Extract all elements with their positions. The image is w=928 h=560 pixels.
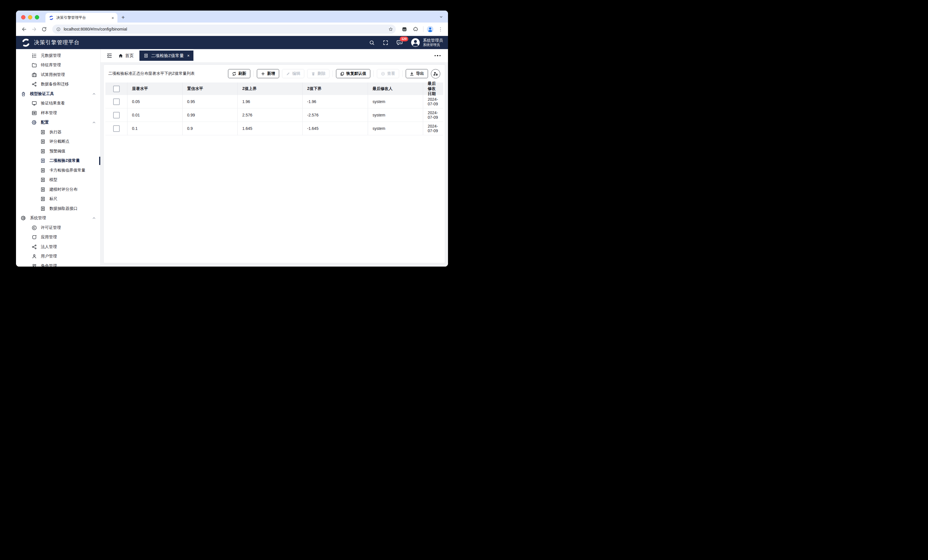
sidebar-item-trial-cases[interactable]: 试算用例管理 bbox=[16, 70, 100, 80]
sidebar-item-model[interactable]: 模型 bbox=[16, 175, 100, 185]
browser-profile-avatar[interactable] bbox=[426, 25, 434, 33]
edit-button[interactable]: 编辑 bbox=[282, 69, 304, 78]
trash-icon bbox=[311, 72, 316, 76]
column-header: 最后修改日期 bbox=[423, 82, 443, 95]
sidebar-item-data-backup[interactable]: 数据备份和迁移 bbox=[16, 80, 100, 89]
table-empty-area bbox=[105, 135, 443, 263]
messages-button[interactable]: 120 bbox=[396, 40, 403, 46]
address-bar[interactable]: localhost:8080/#/mv/config/binomial bbox=[52, 24, 396, 33]
browser-menu-icon[interactable]: ⋮ bbox=[438, 26, 443, 32]
sidebar-group-system-management[interactable]: 系统管理 bbox=[16, 213, 100, 223]
cell-z-lower: -1.96 bbox=[302, 95, 368, 108]
new-tab-button[interactable]: + bbox=[121, 15, 125, 20]
refresh-button[interactable]: 刷新 bbox=[228, 69, 250, 78]
cell-z-upper: 1.96 bbox=[238, 95, 302, 108]
chevron-up-icon bbox=[92, 120, 96, 125]
close-page-tab-icon[interactable]: × bbox=[187, 53, 189, 58]
delete-button[interactable]: 删除 bbox=[307, 69, 330, 78]
extensions-puzzle-icon[interactable] bbox=[412, 26, 418, 32]
select-all-checkbox[interactable] bbox=[113, 86, 120, 92]
sidebar-item-application-management[interactable]: 应用管理 bbox=[16, 233, 100, 242]
table-row[interactable]: 0.1 0.9 1.645 -1.645 system 2024-07-09 bbox=[105, 122, 443, 135]
sidebar-item-validation-results[interactable]: 验证结果查看 bbox=[16, 99, 100, 108]
export-button[interactable]: 导出 bbox=[406, 69, 428, 78]
back-icon[interactable] bbox=[20, 25, 28, 33]
sidebar-item-score-cutoff[interactable]: 评分截断点 bbox=[16, 137, 100, 147]
zoom-window-button[interactable] bbox=[35, 15, 39, 20]
sidebar-item-scale[interactable]: 标尺 bbox=[16, 194, 100, 204]
collapse-sidebar-icon[interactable] bbox=[106, 53, 113, 59]
sidebar-item-chi-square-constant[interactable]: 卡方检验临界值常量 bbox=[16, 166, 100, 175]
plus-icon bbox=[261, 72, 265, 76]
person-icon bbox=[31, 253, 37, 259]
pencil-icon bbox=[286, 72, 290, 76]
table-row[interactable]: 0.05 0.95 1.96 -1.96 system 2024-07-09 bbox=[105, 95, 443, 108]
breadcrumb-home[interactable]: 首页 bbox=[118, 53, 134, 58]
search-icon[interactable] bbox=[369, 40, 375, 46]
user-avatar bbox=[411, 38, 420, 47]
sidebar-group-config[interactable]: 配置 bbox=[16, 118, 100, 128]
button-label: 编辑 bbox=[292, 71, 300, 76]
close-window-button[interactable] bbox=[21, 15, 26, 20]
browser-tab[interactable]: 决策引擎管理平台 × bbox=[46, 13, 118, 23]
download-icon bbox=[410, 72, 414, 76]
table-toolbar: 二项检验标准正态分布显著水平下的Z值常量列表 刷新 新增 编辑 删除 恢复默认值… bbox=[105, 65, 443, 82]
gear-icon bbox=[21, 215, 26, 221]
row-checkbox[interactable] bbox=[113, 99, 120, 105]
toolbar-buttons: 刷新 新增 编辑 删除 恢复默认值 查看 导出 bbox=[228, 69, 440, 79]
sidebar-item-label: 卡方检验临界值常量 bbox=[49, 168, 85, 173]
sidebar-item-data-extractor-api[interactable]: 数据抽取器接口 bbox=[16, 204, 100, 213]
tab-search-chevron-icon[interactable] bbox=[439, 15, 443, 19]
sidebar-item-license-management[interactable]: 许可证管理 bbox=[16, 223, 100, 233]
bag-check-icon bbox=[21, 91, 26, 97]
cell-confidence-level: 0.9 bbox=[183, 122, 238, 135]
reload-icon[interactable] bbox=[40, 25, 48, 33]
cell-modified-date: 2024-07-09 bbox=[423, 108, 443, 122]
extension-dark-icon[interactable] bbox=[401, 26, 408, 32]
forward-icon[interactable] bbox=[30, 25, 38, 33]
user-role: 系统管理员 bbox=[423, 43, 443, 47]
table-header-row: 显著水平 置信水平 Z值上界 Z值下界 最后修改人 最后修改日期 bbox=[105, 82, 443, 95]
cell-significance-level: 0.05 bbox=[127, 95, 183, 108]
active-page-tab[interactable]: 二项检验Z值常量 × bbox=[139, 50, 194, 61]
sidebar-item-metadata[interactable]: 元数据管理 bbox=[16, 51, 100, 61]
button-label: 查看 bbox=[387, 71, 395, 76]
user-menu[interactable]: 系统管理员 系统管理员 bbox=[411, 38, 443, 47]
receipt-icon bbox=[40, 187, 46, 192]
refresh-icon bbox=[232, 72, 236, 76]
sidebar-item-user-management[interactable]: 用户管理 bbox=[16, 252, 100, 262]
button-group-divider bbox=[402, 70, 403, 77]
sidebar-item-binomial-z-constant[interactable]: 二项检验Z值常量 bbox=[16, 156, 100, 166]
restore-defaults-button[interactable]: 恢复默认值 bbox=[336, 69, 370, 78]
folder-icon bbox=[31, 62, 37, 68]
home-icon bbox=[118, 53, 123, 58]
macos-traffic-lights bbox=[21, 15, 39, 20]
site-info-icon[interactable] bbox=[56, 27, 61, 32]
sidebar-item-modeling-score-distribution[interactable]: 建模时评分分布 bbox=[16, 185, 100, 194]
sidebar-item-executor[interactable]: 执行器 bbox=[16, 127, 100, 137]
minimize-window-button[interactable] bbox=[28, 15, 32, 20]
sidebar-item-sample-management[interactable]: 样本管理 bbox=[16, 108, 100, 118]
fullscreen-icon[interactable] bbox=[383, 40, 389, 46]
url-text[interactable]: localhost:8080/#/mv/config/binomial bbox=[64, 27, 385, 31]
column-settings-button[interactable] bbox=[431, 69, 440, 79]
more-actions-icon[interactable] bbox=[433, 53, 443, 58]
row-checkbox[interactable] bbox=[113, 112, 120, 119]
sidebar-item-legal-entity-management[interactable]: 法人管理 bbox=[16, 242, 100, 252]
sidebar-group-model-validation[interactable]: 模型验证工具 bbox=[16, 89, 100, 99]
cell-modified-by: system bbox=[368, 95, 423, 108]
sidebar-item-label: 验证结果查看 bbox=[41, 101, 65, 106]
table-row[interactable]: 0.01 0.99 2.576 -2.576 system 2024-07-09 bbox=[105, 108, 443, 122]
sidebar-item-label: 预警阈值 bbox=[49, 149, 66, 154]
button-label: 恢复默认值 bbox=[346, 71, 366, 76]
sidebar-item-label: 标尺 bbox=[49, 196, 57, 201]
tab-close-icon[interactable]: × bbox=[111, 16, 114, 20]
bookmark-star-icon[interactable] bbox=[388, 27, 394, 32]
sidebar-item-role-management[interactable]: 角色管理 bbox=[16, 261, 100, 266]
sidebar-item-warning-threshold[interactable]: 预警阈值 bbox=[16, 146, 100, 156]
cell-z-upper: 2.576 bbox=[238, 108, 302, 122]
view-button[interactable]: 查看 bbox=[377, 69, 399, 78]
sidebar-item-feature-library[interactable]: 特征库管理 bbox=[16, 61, 100, 70]
row-checkbox[interactable] bbox=[113, 125, 120, 132]
add-button[interactable]: 新增 bbox=[257, 69, 279, 78]
